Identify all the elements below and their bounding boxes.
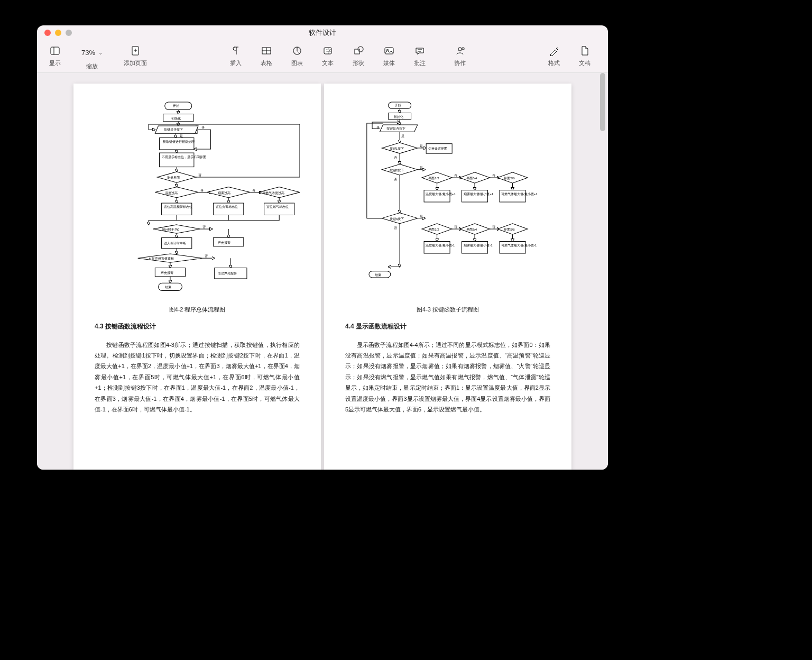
svg-text:开始: 开始 xyxy=(173,104,179,107)
svg-text:置位火警标志位: 置位火警标志位 xyxy=(216,205,238,208)
svg-text:按键2按下: 按键2按下 xyxy=(390,168,404,172)
chart-button[interactable]: 图表 xyxy=(284,44,310,67)
svg-text:初始化: 初始化 xyxy=(171,116,181,120)
svg-text:界面5/6: 界面5/6 xyxy=(504,176,515,180)
comment-icon xyxy=(414,45,425,56)
svg-text:界面1/2: 界面1/2 xyxy=(428,227,439,231)
flowchart-overall: 开始 初始化 按键是否按下 是 否 获取键值进行相应处理 不 xyxy=(95,99,300,299)
svg-text:否: 否 xyxy=(198,173,201,177)
comment-label: 批注 xyxy=(414,59,426,67)
shape-button[interactable]: 形状 xyxy=(346,44,371,67)
svg-text:是: 是 xyxy=(420,144,423,148)
insert-button[interactable]: 插入 xyxy=(223,44,248,67)
svg-text:按键3按下: 按键3按下 xyxy=(390,217,404,221)
svg-text:否: 否 xyxy=(201,125,205,129)
table-label: 表格 xyxy=(261,59,272,67)
svg-text:界面1/2: 界面1/2 xyxy=(428,176,439,180)
format-label: 格式 xyxy=(548,59,560,67)
sidebar-icon xyxy=(50,45,60,56)
zoom-control[interactable]: 73% ⌄ 缩放 xyxy=(73,44,111,70)
collab-icon xyxy=(455,45,465,56)
shape-icon xyxy=(353,45,364,56)
comment-button[interactable]: 批注 xyxy=(407,44,432,67)
svg-text:是: 是 xyxy=(401,134,404,138)
svg-text:声光报警: 声光报警 xyxy=(218,241,230,244)
svg-point-18 xyxy=(462,48,464,50)
document-button[interactable]: 文稿 xyxy=(572,44,597,67)
svg-text:否: 否 xyxy=(205,254,208,258)
svg-text:否: 否 xyxy=(202,225,206,228)
svg-text:界面5/6: 界面5/6 xyxy=(504,227,515,231)
svg-text:否: 否 xyxy=(492,225,495,228)
addpage-label: 添加页面 xyxy=(124,59,147,67)
svg-text:字: 字 xyxy=(326,48,331,54)
format-button[interactable]: 格式 xyxy=(541,44,567,67)
svg-text:是: 是 xyxy=(420,214,423,218)
document-canvas[interactable]: 开始 初始化 按键是否按下 是 否 获取键值进行相应处理 不 xyxy=(37,73,608,470)
media-button[interactable]: 媒体 xyxy=(376,44,402,67)
svg-text:有任意设置值超标: 有任意设置值超标 xyxy=(149,256,174,260)
flowchart-key: 开始 初始化 按键是否按下 否 是 按键1按下 是 切换设置界面 否 xyxy=(345,99,550,299)
collab-label: 协作 xyxy=(454,59,466,67)
zoom-value: 73% xyxy=(81,49,95,57)
svg-text:烟雾最大值/最小值-1: 烟雾最大值/最小值-1 xyxy=(464,243,493,247)
svg-text:切换设置界面: 切换设置界面 xyxy=(428,146,447,150)
svg-text:结束: 结束 xyxy=(375,273,381,277)
svg-text:进入倒计时中断: 进入倒计时中断 xyxy=(164,241,186,245)
text-button[interactable]: 字 文本 xyxy=(315,44,340,67)
svg-text:否: 否 xyxy=(252,188,255,192)
svg-text:取消声光报警: 取消声光报警 xyxy=(218,271,237,275)
document-icon xyxy=(579,45,590,56)
chart-icon xyxy=(292,45,302,56)
section-heading-44: 4.4 显示函数流程设计 xyxy=(345,322,550,331)
window-title: 软件设计 xyxy=(37,28,608,38)
svg-text:测量界面: 测量界面 xyxy=(167,176,180,179)
page-right: 开始 初始化 按键是否按下 否 是 按键1按下 是 切换设置界面 否 xyxy=(324,84,571,470)
svg-text:否: 否 xyxy=(492,173,495,177)
body-text-left: 按键函数子流程图如图4-3所示；通过按键扫描，获取按键值，执行相应的处理。检测到… xyxy=(95,340,300,415)
media-icon xyxy=(384,45,394,56)
figure-caption-right: 图4-3 按键函数子流程图 xyxy=(345,306,550,314)
svg-text:否: 否 xyxy=(394,177,397,181)
scroll-thumb[interactable] xyxy=(600,73,605,131)
figure-caption-left: 图4-2 程序总体流程图 xyxy=(95,306,300,314)
svg-text:否: 否 xyxy=(394,155,397,159)
svg-text:按键1按下: 按键1按下 xyxy=(390,146,404,150)
vertical-scrollbar[interactable] xyxy=(598,73,607,470)
svg-text:初始化: 初始化 xyxy=(394,115,403,118)
media-label: 媒体 xyxy=(383,59,395,67)
view-button[interactable]: 显示 xyxy=(42,44,68,67)
svg-text:置位高温预警标志位: 置位高温预警标志位 xyxy=(164,205,192,208)
svg-text:温度最大值/最小值-1: 温度最大值/最小值-1 xyxy=(426,243,455,247)
svg-text:是: 是 xyxy=(420,166,423,169)
svg-text:按键是否按下: 按键是否按下 xyxy=(164,127,183,131)
add-page-icon xyxy=(130,45,141,56)
text-icon: 字 xyxy=(322,45,333,56)
svg-rect-0 xyxy=(51,47,59,54)
section-heading-43: 4.3 按键函数流程设计 xyxy=(95,322,300,331)
svg-text:不用显示标志位，显示不同界面: 不用显示标志位，显示不同界面 xyxy=(162,155,206,159)
table-icon xyxy=(261,45,272,56)
text-label: 文本 xyxy=(322,59,334,67)
collab-button[interactable]: 协作 xyxy=(447,44,473,67)
shape-label: 形状 xyxy=(353,59,364,67)
app-window: 软件设计 显示 73% ⌄ 缩放 添加页面 插入 表格 图表 xyxy=(37,25,608,470)
svg-text:可燃气体最大值/最小值-1: 可燃气体最大值/最小值-1 xyxy=(501,243,537,247)
svg-rect-13 xyxy=(385,48,393,54)
chevron-down-icon: ⌄ xyxy=(98,50,103,56)
svg-text:声光报警: 声光报警 xyxy=(161,271,173,274)
svg-text:烟雾过高: 烟雾过高 xyxy=(218,191,230,195)
svg-text:结束: 结束 xyxy=(165,285,171,289)
svg-text:置位燃气标志位: 置位燃气标志位 xyxy=(266,205,289,208)
table-button[interactable]: 表格 xyxy=(254,44,279,67)
svg-point-17 xyxy=(458,48,462,51)
svg-text:否: 否 xyxy=(454,225,457,228)
add-page-button[interactable]: 添加页面 xyxy=(116,44,154,67)
svg-text:获取键值进行相应处理: 获取键值进行相应处理 xyxy=(163,140,195,143)
svg-text:界面3/4: 界面3/4 xyxy=(466,176,477,180)
insert-label: 插入 xyxy=(230,59,242,67)
svg-text:是: 是 xyxy=(180,134,183,138)
body-text-right: 显示函数子流程如图4-4所示；通过不同的显示模式标志位，如界面0：如果没有高温报… xyxy=(345,340,550,415)
svg-text:按键是否按下: 按键是否按下 xyxy=(386,126,405,130)
toolbar: 显示 73% ⌄ 缩放 添加页面 插入 表格 图表 字 文本 xyxy=(37,40,608,73)
